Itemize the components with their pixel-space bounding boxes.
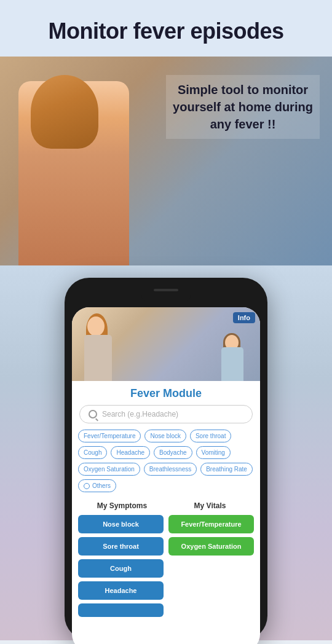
phone-mockup: Info Fever Module Search (e.g.Headache) … <box>65 278 267 640</box>
tag-nose[interactable]: Nose block <box>144 430 186 442</box>
symptom-cough[interactable]: Cough <box>78 559 164 578</box>
search-icon <box>89 410 97 418</box>
tag-sorethroat[interactable]: Sore throat <box>190 430 231 442</box>
woman-hair <box>31 75 98 149</box>
tag-cough[interactable]: Cough <box>78 446 107 459</box>
info-badge[interactable]: Info <box>233 312 255 323</box>
symptoms-column: Nose block Sore throat Cough Headache <box>78 515 164 617</box>
phone-screen: Info Fever Module Search (e.g.Headache) … <box>72 307 260 644</box>
mini-child <box>220 332 251 381</box>
mini-head <box>87 316 105 336</box>
tag-headache[interactable]: Headache <box>111 446 150 459</box>
tag-breathlessness[interactable]: Breathlessness <box>144 463 197 476</box>
tag-oxygen[interactable]: Oxygen Saturation <box>78 463 140 476</box>
phone-section: Info Fever Module Search (e.g.Headache) … <box>0 265 332 640</box>
vital-fever[interactable]: Fever/Temperature <box>168 515 254 533</box>
vital-oxygen[interactable]: Oxygen Saturation <box>168 537 254 556</box>
tag-others[interactable]: Others <box>78 479 116 492</box>
mini-woman <box>81 313 124 381</box>
tag-fever[interactable]: Fever/Temperature <box>78 430 141 442</box>
search-placeholder: Search (e.g.Headache) <box>102 410 178 418</box>
page-title: Monitor fever episodes <box>12 18 320 44</box>
two-col-content: Nose block Sore throat Cough Headache Fe… <box>72 515 260 617</box>
mini-child-body <box>221 347 243 381</box>
my-symptoms-header: My Symptoms <box>78 501 166 510</box>
hero-tagline: Simple tool to monitor yourself at home … <box>172 81 314 133</box>
hero-section: Simple tool to monitor yourself at home … <box>0 57 332 265</box>
phone-speaker <box>154 289 178 291</box>
tag-vomiting[interactable]: Vomiting <box>196 446 231 459</box>
app-header: Monitor fever episodes <box>0 0 332 57</box>
two-col-header: My Symptoms My Vitals <box>72 498 260 515</box>
others-search-icon <box>84 483 90 489</box>
search-bar[interactable]: Search (e.g.Headache) <box>79 405 253 423</box>
mini-body <box>84 335 112 381</box>
hero-text-overlay: Simple tool to monitor yourself at home … <box>166 75 320 139</box>
tags-container: Fever/Temperature Nose block Sore throat… <box>72 430 260 492</box>
hero-background: Simple tool to monitor yourself at home … <box>0 57 332 265</box>
module-title: Fever Module <box>72 381 260 405</box>
symptom-headache[interactable]: Headache <box>78 581 164 600</box>
hero-woman-figure <box>6 75 148 265</box>
screen-hero-image: Info <box>72 307 260 381</box>
symptom-bodyache[interactable] <box>78 603 164 617</box>
tag-bodyache[interactable]: Bodyache <box>154 446 192 459</box>
phone-notch <box>141 289 191 302</box>
symptom-sore-throat[interactable]: Sore throat <box>78 537 164 556</box>
my-vitals-header: My Vitals <box>166 501 254 510</box>
symptom-nose-block[interactable]: Nose block <box>78 515 164 533</box>
vitals-column: Fever/Temperature Oxygen Saturation <box>168 515 254 617</box>
tag-breathing[interactable]: Breathing Rate <box>200 463 253 476</box>
